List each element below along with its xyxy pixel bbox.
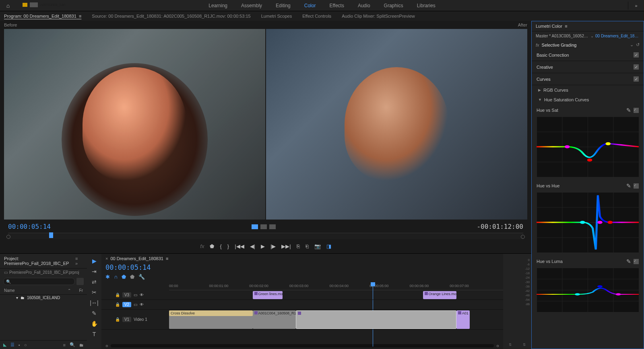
track-v2[interactable]: V2 — [122, 302, 131, 307]
clip-v1[interactable]: A001C004_160508_R1JC.mov — [253, 310, 296, 329]
toggle-icon[interactable]: ▭ — [134, 302, 137, 307]
chevron-down-icon[interactable]: ⌄ — [590, 34, 594, 38]
sort-icon[interactable]: ⌃ — [68, 288, 71, 293]
master-clip-label[interactable]: Master * A013C005_160521_... — [536, 34, 589, 38]
marker-icon[interactable]: ⬟ — [210, 243, 214, 249]
timeline-tc[interactable]: 00:00:05:14 — [101, 263, 155, 271]
zoom-out-icon[interactable]: ○ — [105, 343, 108, 348]
checkbox-icon[interactable]: ✓ — [634, 108, 639, 113]
type-tool-icon[interactable]: T — [93, 331, 96, 337]
hue-vs-sat-curve[interactable] — [537, 117, 639, 177]
eyedropper-icon[interactable]: ✎ — [626, 107, 631, 113]
hsc-curves[interactable]: ▼Hue Saturation Curves — [532, 95, 644, 105]
settings-icon[interactable]: ⬟ — [130, 274, 134, 280]
goto-in-icon[interactable]: |◀◀ — [235, 243, 244, 249]
lift-icon[interactable]: ⎘ — [297, 243, 300, 249]
ws-editing[interactable]: Editing — [276, 3, 291, 8]
marker-add-icon[interactable]: ⬟ — [122, 274, 126, 280]
find-icon[interactable]: 🔍 — [70, 342, 75, 347]
rgb-curves[interactable]: ▶RGB Curves — [532, 85, 644, 95]
project-overflow-icon[interactable]: ≡ » — [75, 256, 83, 266]
zoom-scrollbar[interactable] — [111, 344, 494, 347]
timeline-ruler[interactable]: 00:00 00:00:01:00 00:00:02:00 00:00:03:0… — [169, 282, 503, 290]
fx-icon[interactable]: fx — [200, 243, 204, 249]
clip-cross[interactable]: Cross Dissolve — [169, 310, 253, 316]
new-search-bin-icon[interactable] — [76, 278, 84, 285]
split-view-icon[interactable] — [252, 224, 258, 229]
clip-v1-selected[interactable] — [296, 310, 456, 329]
project-folder[interactable]: ▾🖿160508_ICELAND — [0, 295, 87, 301]
checkbox-icon[interactable]: ✓ — [634, 259, 639, 264]
hand-tool-icon[interactable]: ✋ — [91, 320, 98, 327]
razor-tool-icon[interactable]: ✂ — [92, 289, 97, 296]
track-v3[interactable]: V3 — [122, 292, 131, 298]
chevron-down-icon[interactable]: ⌄ — [630, 42, 634, 47]
section-basic[interactable]: Basic Correction✓ — [532, 49, 644, 61]
wrench-icon[interactable]: 🔧 — [138, 274, 145, 280]
export-frame-icon[interactable]: 📷 — [314, 243, 321, 249]
lock-icon[interactable]: 🔒 — [115, 302, 120, 307]
checkbox-icon[interactable]: ✓ — [634, 183, 639, 189]
in-bracket-icon[interactable]: { — [220, 243, 221, 249]
goto-out-icon[interactable]: ▶▶| — [281, 243, 291, 249]
source-tab[interactable]: Source: 00 Dreamers_Edit_180831: A002C00… — [92, 14, 250, 18]
comparison-icon[interactable]: ◨ — [326, 243, 331, 249]
ws-graphics[interactable]: Graphics — [384, 3, 403, 8]
workspace-overflow[interactable]: » — [628, 2, 644, 10]
freeform-icon[interactable]: ○ — [24, 343, 27, 347]
clip-a01[interactable]: A01 — [456, 310, 470, 329]
play-icon[interactable]: ▶ — [261, 243, 265, 249]
icon-view-icon[interactable]: ▪ — [19, 343, 20, 347]
ws-color[interactable]: Color — [304, 3, 316, 8]
out-bracket-icon[interactable]: } — [227, 243, 229, 249]
solo-left[interactable]: S — [509, 343, 511, 347]
ws-audio[interactable]: Audio — [358, 3, 370, 8]
eye-icon[interactable]: 👁 — [140, 302, 144, 307]
track-v1[interactable]: V1 — [122, 317, 131, 322]
new-item-icon[interactable]: ◣ — [3, 342, 6, 347]
track-select-icon[interactable]: ⇥ — [92, 268, 97, 275]
selection-tool-icon[interactable]: ▶ — [92, 258, 97, 264]
effect-controls-tab[interactable]: Effect Controls — [302, 14, 331, 18]
pen-tool-icon[interactable]: ✎ — [92, 310, 97, 316]
col-name[interactable]: Name — [4, 288, 68, 293]
checkbox-icon[interactable]: ✓ — [634, 52, 639, 57]
lock-icon[interactable]: 🔒 — [115, 317, 120, 322]
hue-vs-hue-curve[interactable] — [537, 192, 639, 253]
list-view-icon[interactable]: ☰ — [10, 342, 14, 347]
side-view-icon[interactable] — [260, 224, 267, 229]
linked-sel-icon[interactable]: ∩ — [114, 274, 118, 280]
clip-orange[interactable]: Orange Lines.mo — [423, 291, 456, 299]
sort-menu-icon[interactable]: ≡ — [63, 343, 66, 347]
lock-icon[interactable]: 🔒 — [115, 293, 120, 297]
solo-right[interactable]: S — [523, 343, 525, 347]
sequence-tab[interactable]: 00 Dreamers_Edit_180831 ≡ — [101, 254, 503, 263]
project-tab[interactable]: Project: PremierePro_Fall_2018_IBC_EP — [4, 256, 75, 266]
clip-green[interactable]: Green lines.mo — [253, 291, 283, 299]
ws-libraries[interactable]: Libraries — [417, 3, 436, 8]
preview-before[interactable] — [4, 29, 265, 220]
reset-icon[interactable]: ↺ — [636, 42, 640, 47]
new-bin-icon[interactable]: 🖿 — [79, 343, 84, 347]
preset-select[interactable]: Selective Grading — [542, 43, 627, 47]
eyedropper-icon[interactable]: ✎ — [626, 258, 631, 265]
track-content[interactable]: Green lines.mo Orange Lines.mo Cross Dis… — [169, 290, 503, 343]
ws-assembly[interactable]: Assembly — [241, 3, 262, 8]
checkbox-icon[interactable]: ✓ — [634, 76, 639, 82]
extract-icon[interactable]: ⎗ — [305, 243, 309, 249]
eye-icon[interactable]: 👁 — [140, 293, 144, 297]
playhead-icon[interactable] — [49, 232, 53, 238]
program-tab[interactable]: Program: 00 Dreamers_Edit_180831 ≡ — [4, 14, 81, 18]
scopes-tab[interactable]: Lumetri Scopes — [261, 14, 292, 18]
section-creative[interactable]: Creative✓ — [532, 61, 644, 73]
slip-tool-icon[interactable]: |↔| — [90, 300, 98, 306]
monitor-scrubber[interactable] — [8, 233, 523, 239]
single-view-icon[interactable] — [269, 224, 276, 229]
ripple-edit-icon[interactable]: ⇄ — [92, 279, 97, 285]
hue-vs-luma-curve[interactable] — [537, 268, 639, 312]
section-curves[interactable]: Curves✓ — [532, 73, 644, 85]
audio-mixer-tab[interactable]: Audio Clip Mixer: SplitScreenPreview — [342, 14, 415, 18]
ws-effects[interactable]: Effects — [329, 3, 344, 8]
timecode-in[interactable]: 00:00:05:14 — [8, 223, 51, 230]
zoom-in-icon[interactable]: ○ — [496, 343, 499, 348]
